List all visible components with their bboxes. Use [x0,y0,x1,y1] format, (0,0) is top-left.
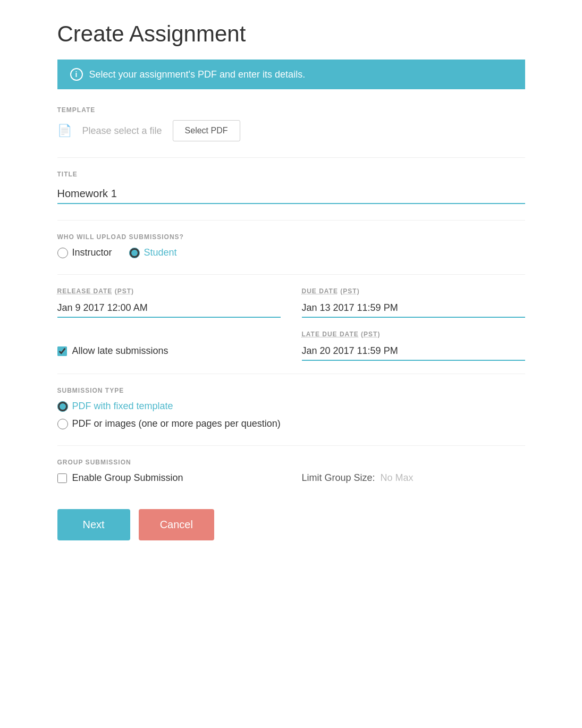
divider-2 [57,220,525,221]
limit-group-size-value: No Max [381,472,414,484]
upload-section: WHO WILL UPLOAD SUBMISSIONS? Instructor … [57,233,525,258]
radio-pdf-images-label: PDF or images (one or more pages per que… [72,418,281,429]
late-submissions-row: Allow late submissions LATE DUE DATE (PS… [57,331,525,361]
file-placeholder: Please select a file [82,125,162,137]
banner-text: Select your assignment's PDF and enter i… [89,69,306,80]
divider-1 [57,157,525,158]
title-label: TITLE [57,171,525,178]
radio-pdf-fixed-label: PDF with fixed template [72,401,173,412]
submission-type-label: SUBMISSION TYPE [57,387,525,394]
radio-student-input[interactable] [129,248,140,258]
dates-row: RELEASE DATE (PST) DUE DATE (PST) [57,287,525,318]
late-submission-label: Allow late submissions [72,345,168,357]
radio-pdf-fixed-input[interactable] [57,401,68,412]
upload-label: WHO WILL UPLOAD SUBMISSIONS? [57,233,525,241]
template-section: TEMPLATE 📄 Please select a file Select P… [57,106,525,141]
divider-5 [57,445,525,446]
info-icon: i [70,68,83,81]
radio-student-label: Student [144,247,177,258]
late-due-date-input[interactable] [302,342,525,361]
divider-3 [57,274,525,275]
info-banner: i Select your assignment's PDF and enter… [57,60,525,89]
group-submission-label: GROUP SUBMISSION [57,459,525,466]
due-date-label: DUE DATE (PST) [302,287,525,295]
cancel-button[interactable]: Cancel [139,509,214,540]
late-submission-checkbox[interactable] [57,346,67,356]
submission-type-options: PDF with fixed template PDF or images (o… [57,401,525,429]
page-title: Create Assignment [57,21,525,47]
radio-pdf-images-input[interactable] [57,419,68,429]
radio-instructor-label: Instructor [72,247,112,258]
radio-pdf-fixed[interactable]: PDF with fixed template [57,401,525,412]
group-submission-row: Enable Group Submission Limit Group Size… [57,472,525,484]
file-icon: 📄 [57,124,72,138]
divider-4 [57,374,525,374]
enable-group-checkbox-label[interactable]: Enable Group Submission [57,472,281,484]
radio-instructor-input[interactable] [57,248,68,258]
select-pdf-button[interactable]: Select PDF [173,120,240,141]
template-label: TEMPLATE [57,106,525,114]
limit-group-size-label: Limit Group Size: [302,472,375,484]
release-date-input[interactable] [57,299,281,318]
late-due-date-field: LATE DUE DATE (PST) [302,331,525,361]
release-date-field: RELEASE DATE (PST) [57,287,281,318]
late-due-date-label: LATE DUE DATE (PST) [302,331,525,338]
release-date-label: RELEASE DATE (PST) [57,287,281,295]
radio-instructor[interactable]: Instructor [57,247,112,258]
group-submission-section: GROUP SUBMISSION Enable Group Submission… [57,459,525,484]
submission-type-section: SUBMISSION TYPE PDF with fixed template … [57,387,525,429]
late-submission-checkbox-label[interactable]: Allow late submissions [57,345,281,357]
upload-radio-group: Instructor Student [57,247,525,258]
next-button[interactable]: Next [57,509,130,540]
due-date-field: DUE DATE (PST) [302,287,525,318]
radio-student[interactable]: Student [129,247,177,258]
due-date-input[interactable] [302,299,525,318]
radio-pdf-images[interactable]: PDF or images (one or more pages per que… [57,418,525,429]
limit-group-size: Limit Group Size: No Max [302,472,525,484]
enable-group-label: Enable Group Submission [72,472,183,484]
enable-group-checkbox[interactable] [57,473,67,483]
title-input[interactable] [57,184,525,204]
title-section: TITLE [57,171,525,204]
action-buttons: Next Cancel [57,509,525,540]
